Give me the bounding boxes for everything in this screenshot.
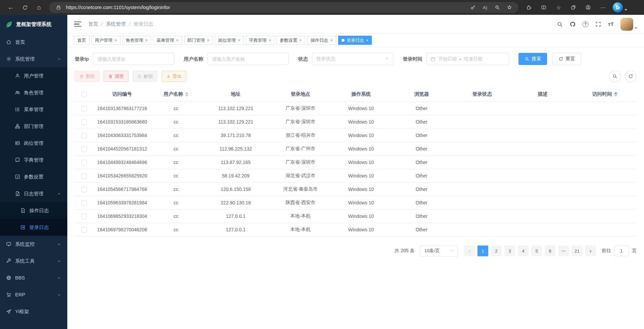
browser-more-button[interactable]: ⋯	[596, 2, 610, 13]
font-size-button[interactable]: тT	[608, 21, 614, 27]
row-checkbox[interactable]	[81, 173, 87, 179]
sidebar-item-role-management[interactable]: 角色管理	[0, 84, 67, 101]
tab-dictionary-management[interactable]: 字典管理×	[246, 36, 275, 45]
sidebar-item-post-management[interactable]: 岗位管理	[0, 135, 67, 152]
close-icon[interactable]: ×	[269, 38, 271, 42]
goto-page-input[interactable]	[614, 245, 629, 256]
sidebar-item-user-management[interactable]: 用户管理	[0, 67, 67, 84]
split-screen-button[interactable]	[537, 2, 551, 13]
breadcrumb-system[interactable]: 系统管理	[106, 21, 126, 27]
row-checkbox[interactable]	[81, 214, 87, 219]
address-bar[interactable]: https://ccnetcore.com:1101/system/log/lo…	[49, 2, 518, 13]
end-date-placeholder[interactable]: 结束日期	[464, 56, 482, 62]
clear-button[interactable]: 清空	[104, 71, 129, 82]
page-button-6[interactable]: 6	[545, 245, 556, 256]
tab-login-log[interactable]: 登录日志×	[338, 36, 372, 45]
browser-refresh-button[interactable]	[18, 2, 32, 13]
row-checkbox[interactable]	[81, 120, 87, 125]
breadcrumb-home[interactable]: 首页	[88, 21, 98, 27]
site-info-lock-icon[interactable]	[54, 3, 63, 12]
row-checkbox[interactable]	[81, 106, 87, 111]
browser-profile-button[interactable]	[581, 2, 595, 13]
collapse-sidebar-button[interactable]	[74, 22, 81, 27]
search-button[interactable]: 搜索	[518, 53, 547, 65]
row-checkbox[interactable]	[81, 133, 87, 138]
user-name-input[interactable]	[207, 53, 289, 65]
export-button[interactable]: 导出	[162, 71, 186, 82]
tab-department-management[interactable]: 部门管理×	[184, 36, 213, 45]
status-select[interactable]: 登录状态	[312, 53, 393, 65]
start-date-placeholder[interactable]: 开始日期	[438, 56, 457, 62]
select-all-checkbox[interactable]	[81, 92, 87, 97]
github-button[interactable]	[570, 21, 576, 27]
user-menu[interactable]	[620, 18, 637, 31]
tab-role-management[interactable]: 角色管理×	[122, 36, 151, 45]
zoom-icon[interactable]	[493, 3, 502, 12]
sort-caret-icon[interactable]	[614, 92, 617, 97]
sidebar-item-yi-framework[interactable]: Yi框架	[0, 303, 67, 320]
toggle-search-button[interactable]	[609, 70, 621, 82]
sidebar-item-dictionary-management[interactable]: 字典管理	[0, 152, 67, 168]
sidebar-item-system-monitoring[interactable]: 系统监控	[0, 236, 67, 253]
bing-caret-icon[interactable]	[624, 9, 627, 11]
reset-button[interactable]: 重置	[552, 53, 581, 65]
col-visit-time[interactable]: 访问时间	[573, 87, 637, 102]
close-icon[interactable]: ×	[330, 38, 333, 42]
sidebar-item-menu-management[interactable]: 菜单管理	[0, 101, 67, 118]
fullscreen-button[interactable]	[595, 21, 601, 27]
sidebar-item-erp[interactable]: ERP	[0, 286, 67, 303]
tab-menu-management[interactable]: 菜单管理×	[153, 36, 182, 45]
sidebar-item-system-management[interactable]: 系统管理	[0, 51, 67, 67]
close-icon[interactable]: ×	[238, 38, 240, 42]
tab-home[interactable]: 首页	[74, 36, 90, 45]
browser-back-button[interactable]: ←	[4, 2, 17, 13]
favorites-button[interactable]: ☆	[551, 2, 566, 13]
page-button-4[interactable]: 4	[518, 245, 529, 256]
row-checkbox[interactable]	[81, 187, 87, 192]
sidebar-item-login-log[interactable]: 登录日志	[0, 219, 67, 236]
refresh-table-button[interactable]	[625, 70, 637, 82]
close-icon[interactable]: ×	[299, 38, 302, 42]
tab-post-management[interactable]: 岗位管理×	[215, 36, 244, 45]
row-checkbox[interactable]	[81, 227, 87, 233]
avatar[interactable]	[620, 18, 633, 31]
page-button-1[interactable]: 1	[477, 245, 488, 256]
sidebar-item-log-management[interactable]: 日志管理	[0, 185, 67, 202]
close-icon[interactable]: ×	[366, 38, 369, 42]
add-favorite-star-icon[interactable]	[505, 3, 514, 12]
page-button-21[interactable]: 21	[572, 245, 582, 256]
tab-operation-log[interactable]: 操作日志×	[307, 36, 336, 45]
row-checkbox[interactable]	[81, 146, 87, 152]
sidebar-item-operation-log[interactable]: 操作日志	[0, 202, 67, 219]
row-checkbox[interactable]	[81, 200, 87, 206]
close-icon[interactable]: ×	[207, 38, 210, 42]
bing-icon[interactable]: b	[613, 2, 623, 12]
page-button-5[interactable]: 5	[531, 245, 542, 256]
app-logo[interactable]: 意框架管理系统	[0, 15, 67, 34]
prev-page-button[interactable]: ‹	[464, 245, 475, 256]
sidebar-item-system-tools[interactable]: 系统工具	[0, 253, 67, 269]
header-search-button[interactable]	[557, 21, 563, 27]
tab-user-management[interactable]: 用户管理×	[92, 36, 120, 45]
login-ip-input[interactable]	[93, 53, 174, 65]
help-button[interactable]: ?	[582, 21, 588, 27]
more-pages-button[interactable]: •••	[558, 245, 569, 256]
page-button-3[interactable]: 3	[504, 245, 515, 256]
page-button-2[interactable]: 2	[491, 245, 502, 256]
browser-home-button[interactable]: ⌂	[32, 2, 46, 13]
row-checkbox[interactable]	[81, 160, 87, 165]
delete-button[interactable]: 删除	[75, 71, 100, 82]
close-icon[interactable]: ×	[176, 38, 179, 42]
close-icon[interactable]: ×	[114, 38, 117, 42]
password-key-icon[interactable]	[468, 3, 477, 12]
sort-caret-icon[interactable]	[185, 92, 188, 97]
sidebar-item-home[interactable]: 首页	[0, 34, 67, 51]
tab-parameter-settings[interactable]: 参数设置×	[277, 36, 306, 45]
close-icon[interactable]: ×	[145, 38, 148, 42]
next-page-button[interactable]: ›	[585, 245, 596, 256]
page-size-select[interactable]: 10条/页	[420, 245, 458, 257]
sidebar-item-bbs[interactable]: BBS	[0, 269, 67, 286]
sidebar-item-department-management[interactable]: 部门管理	[0, 118, 67, 135]
date-range-picker[interactable]: 开始日期 - 结束日期	[426, 53, 509, 65]
unlock-button[interactable]: 解锁	[133, 71, 157, 82]
